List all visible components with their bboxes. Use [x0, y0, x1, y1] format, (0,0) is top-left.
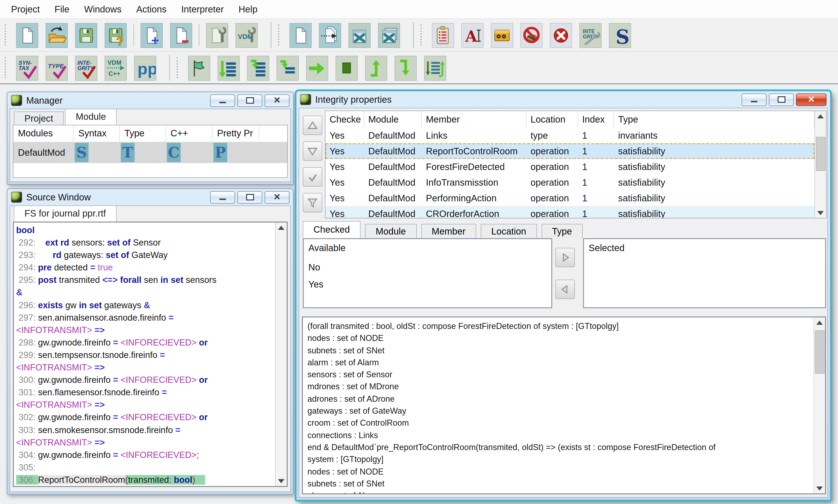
menu-windows[interactable]: Windows — [77, 4, 129, 15]
minimize-button[interactable] — [210, 191, 235, 203]
module-name-cell[interactable]: DefaultMod — [13, 142, 74, 163]
filter-button[interactable] — [303, 193, 322, 212]
script-record-button[interactable] — [490, 22, 513, 48]
menu-project[interactable]: Project — [4, 4, 47, 15]
integrity-check-button[interactable]: INTE-GRITY — [74, 55, 97, 80]
table-row[interactable]: YesDefaultModCROrderforActionoperation1s… — [326, 206, 815, 218]
step-out-button[interactable] — [394, 55, 417, 80]
open-file-button[interactable] — [45, 22, 68, 48]
status-cell-syntax[interactable]: S — [74, 142, 120, 163]
scroll-down-icon[interactable] — [815, 483, 825, 493]
table-row[interactable]: YesDefaultModForestFireDetectedoperation… — [326, 159, 815, 175]
column-header-type[interactable]: Type — [614, 111, 815, 128]
status-cell-cpp[interactable]: C — [166, 142, 212, 163]
save-help-file-button[interactable]: ? — [104, 22, 127, 48]
font-settings-button[interactable]: A — [460, 22, 484, 48]
menu-help[interactable]: Help — [231, 4, 265, 15]
scroll-down-icon[interactable] — [816, 208, 825, 218]
restore-button[interactable] — [769, 93, 794, 106]
integrity-properties-table[interactable]: CheckeModuleMemberLocationIndexTypeYesDe… — [325, 111, 826, 218]
step-return-button[interactable] — [364, 55, 387, 80]
restore-button[interactable] — [238, 94, 262, 107]
expression-scrollbar[interactable] — [814, 318, 825, 493]
status-cell-type[interactable]: T — [120, 142, 166, 163]
column-header-type[interactable]: Type — [120, 125, 166, 142]
table-row[interactable]: YesDefaultModLinkstype1invariants — [326, 128, 815, 143]
tab-module[interactable]: Module — [65, 109, 117, 125]
column-header-member[interactable]: Member — [422, 111, 526, 128]
scroll-up-icon[interactable] — [276, 222, 286, 233]
tab-source-file[interactable]: FS for journal ppr.rtf — [14, 205, 117, 221]
scroll-up-icon[interactable] — [815, 318, 825, 327]
source-titlebar[interactable]: Source Window × — [7, 189, 293, 205]
manager-module-table[interactable]: ModulesSyntaxTypeC++Pretty Pr DefaultMod… — [13, 125, 287, 178]
scroll-up-icon[interactable] — [816, 111, 825, 121]
error-stop-button[interactable] — [549, 22, 572, 48]
tab-project[interactable]: Project — [14, 111, 64, 125]
column-header-checke[interactable]: Checke — [326, 111, 364, 128]
move-down-button[interactable] — [303, 141, 322, 161]
menu-interpreter[interactable]: Interpreter — [174, 4, 231, 15]
move-to-selected-button[interactable] — [556, 248, 575, 267]
integrity-titlebar[interactable]: Integrity properties × — [296, 91, 830, 108]
scrollbar-thumb[interactable] — [815, 330, 825, 374]
integrity-expression-view[interactable]: (forall transmited : bool, oldSt : compo… — [302, 317, 826, 494]
step-over-button[interactable] — [276, 55, 299, 80]
save-file-button[interactable] — [74, 22, 97, 48]
command-log-button[interactable] — [431, 22, 454, 48]
vdm-to-cpp-button[interactable]: VDMC++ — [104, 55, 127, 80]
table-row[interactable]: YesDefaultModPerformingActionoperation1s… — [326, 190, 815, 206]
integrity-table-scrollbar[interactable] — [815, 111, 826, 218]
stop-run-button[interactable] — [335, 55, 358, 80]
source-editor[interactable]: bool 292: ext rd sensors: set of Sensor … — [13, 221, 287, 487]
remove-file-button[interactable] — [169, 22, 192, 48]
scroll-down-icon[interactable] — [276, 476, 286, 486]
filter-tab-location[interactable]: Location — [481, 224, 537, 238]
filter-tab-member[interactable]: Member — [421, 224, 476, 238]
close-button[interactable]: × — [265, 191, 290, 203]
pretty-print-button[interactable]: pp — [133, 55, 156, 80]
filter-tab-type[interactable]: Type — [541, 224, 583, 238]
close-all-windows-button[interactable] — [377, 22, 400, 48]
column-header-prettypr[interactable]: Pretty Pr — [212, 125, 259, 142]
syntax-check-button[interactable]: SYN-TAX — [15, 55, 38, 80]
add-file-button[interactable]: + — [140, 22, 163, 48]
file-options-button[interactable] — [205, 22, 228, 48]
manager-titlebar[interactable]: Manager × — [7, 92, 293, 109]
source-scrollbar[interactable] — [275, 222, 287, 486]
status-cell-pretty[interactable]: P — [212, 142, 259, 163]
breakpoint-flag-button[interactable] — [187, 55, 210, 80]
manager-table-row[interactable]: DefaultModSTCP — [13, 142, 287, 163]
available-list[interactable]: NoYes — [304, 259, 551, 293]
table-row[interactable]: YesDefaultModReportToControlRoomoperatio… — [326, 143, 815, 159]
new-file-button[interactable] — [15, 22, 38, 48]
column-header-modules[interactable]: Modules — [13, 125, 74, 142]
copy-window-button[interactable] — [318, 22, 341, 48]
vdm-options-button[interactable]: VDM — [234, 22, 258, 48]
menu-actions[interactable]: Actions — [129, 4, 174, 15]
column-header-module[interactable]: Module — [364, 111, 422, 128]
close-window-button[interactable] — [348, 22, 371, 48]
move-up-button[interactable] — [303, 115, 322, 135]
column-header-index[interactable]: Index — [578, 111, 614, 128]
code-area[interactable]: bool 292: ext rd sensors: set of Sensor … — [14, 222, 275, 486]
integrity-tool-button[interactable]: INTEGRITY — [578, 22, 601, 48]
filter-tab-module[interactable]: Module — [365, 224, 417, 238]
minimize-button[interactable] — [742, 93, 767, 106]
column-header-c[interactable]: C++ — [166, 125, 212, 142]
column-header-syntax[interactable]: Syntax — [74, 125, 120, 142]
new-window-button[interactable] — [289, 22, 312, 48]
specification-tool-button[interactable]: S — [608, 22, 631, 48]
filter-tab-checked[interactable]: Checked — [303, 221, 361, 238]
confirm-check-button[interactable] — [303, 167, 322, 186]
run-script-button[interactable] — [423, 55, 446, 80]
step-into-button[interactable] — [246, 55, 269, 80]
continue-run-button[interactable] — [305, 55, 328, 80]
menu-file[interactable]: File — [47, 4, 77, 15]
disable-command-button[interactable] — [520, 22, 543, 48]
list-item[interactable]: Yes — [304, 276, 551, 293]
restore-button[interactable] — [238, 191, 262, 203]
table-row[interactable]: YesDefaultModInfoTransmisstionoperation1… — [326, 175, 815, 190]
close-button[interactable]: × — [265, 94, 290, 107]
minimize-button[interactable] — [210, 94, 235, 107]
